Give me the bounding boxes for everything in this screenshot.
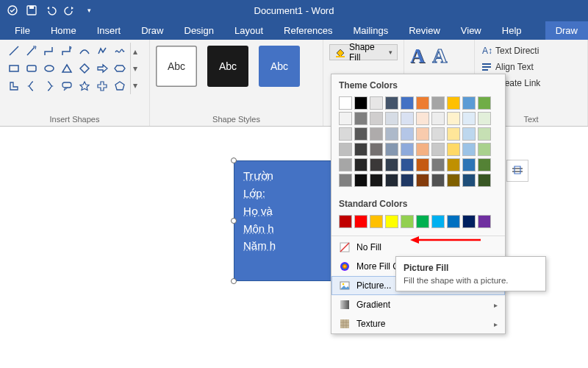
color-swatch[interactable] bbox=[462, 158, 476, 171]
shapes-expand-icon[interactable]: ▾ bbox=[131, 77, 139, 94]
shape-connector2-icon[interactable] bbox=[59, 43, 75, 59]
layout-options-button[interactable] bbox=[506, 160, 528, 182]
color-swatch[interactable] bbox=[370, 174, 383, 187]
shape-plus-icon[interactable] bbox=[94, 78, 110, 94]
shape-brace2-icon[interactable] bbox=[41, 78, 57, 94]
color-swatch[interactable] bbox=[385, 96, 398, 110]
tab-view[interactable]: View bbox=[451, 21, 492, 40]
autosave-icon[interactable] bbox=[6, 4, 19, 17]
shape-hexagon-icon[interactable] bbox=[112, 60, 128, 77]
style-card-1[interactable]: Abc bbox=[156, 46, 197, 87]
tab-help[interactable]: Help bbox=[492, 21, 532, 40]
shape-line-arrow-icon[interactable] bbox=[24, 43, 40, 59]
color-swatch[interactable] bbox=[339, 96, 352, 110]
color-swatch[interactable] bbox=[385, 215, 398, 228]
shape-arrow-icon[interactable] bbox=[94, 60, 110, 77]
tab-shape-format[interactable]: Draw bbox=[545, 21, 588, 40]
color-swatch[interactable] bbox=[385, 127, 398, 141]
color-swatch[interactable] bbox=[447, 127, 460, 141]
tab-home[interactable]: Home bbox=[40, 21, 87, 40]
color-swatch[interactable] bbox=[431, 158, 445, 171]
color-swatch[interactable] bbox=[339, 127, 352, 141]
color-swatch[interactable] bbox=[354, 215, 368, 228]
tab-mailings[interactable]: Mailings bbox=[343, 21, 399, 40]
color-swatch[interactable] bbox=[401, 158, 414, 171]
color-swatch[interactable] bbox=[478, 174, 491, 187]
color-swatch[interactable] bbox=[478, 143, 491, 156]
color-swatch[interactable] bbox=[416, 143, 429, 156]
resize-handle[interactable] bbox=[231, 218, 237, 224]
tab-review[interactable]: Review bbox=[398, 21, 451, 40]
color-swatch[interactable] bbox=[416, 112, 429, 125]
color-swatch[interactable] bbox=[431, 127, 445, 141]
resize-handle[interactable] bbox=[231, 278, 237, 284]
color-swatch[interactable] bbox=[354, 96, 368, 110]
qa-customize-icon[interactable]: ▾ bbox=[82, 4, 96, 17]
color-swatch[interactable] bbox=[354, 127, 368, 141]
color-swatch[interactable] bbox=[339, 112, 352, 125]
color-swatch[interactable] bbox=[401, 127, 414, 141]
color-swatch[interactable] bbox=[431, 112, 445, 125]
color-swatch[interactable] bbox=[385, 143, 398, 156]
color-swatch[interactable] bbox=[478, 96, 491, 110]
shape-diamond-icon[interactable] bbox=[76, 60, 93, 77]
color-swatch[interactable] bbox=[447, 174, 460, 187]
color-swatch[interactable] bbox=[462, 215, 476, 228]
shape-roundrect-icon[interactable] bbox=[24, 60, 40, 77]
color-swatch[interactable] bbox=[478, 127, 491, 141]
color-swatch[interactable] bbox=[416, 158, 429, 171]
color-swatch[interactable] bbox=[354, 143, 368, 156]
color-swatch[interactable] bbox=[370, 215, 383, 228]
style-card-2[interactable]: Abc bbox=[207, 46, 248, 87]
color-swatch[interactable] bbox=[447, 96, 460, 110]
color-swatch[interactable] bbox=[447, 143, 460, 156]
shape-l-icon[interactable] bbox=[6, 78, 22, 94]
color-swatch[interactable] bbox=[385, 174, 398, 187]
shapes-up-icon[interactable]: ▴ bbox=[131, 43, 139, 60]
color-swatch[interactable] bbox=[431, 174, 445, 187]
shape-ellipse-icon[interactable] bbox=[41, 60, 57, 77]
color-swatch[interactable] bbox=[370, 143, 383, 156]
text-direction-button[interactable]: A↕ Text Directi bbox=[481, 43, 581, 59]
shapes-gallery[interactable] bbox=[6, 43, 128, 94]
color-swatch[interactable] bbox=[385, 158, 398, 171]
color-swatch[interactable] bbox=[354, 112, 368, 125]
color-swatch[interactable] bbox=[401, 174, 414, 187]
shape-curve-icon[interactable] bbox=[76, 43, 93, 59]
color-swatch[interactable] bbox=[339, 143, 352, 156]
color-swatch[interactable] bbox=[431, 215, 445, 228]
color-swatch[interactable] bbox=[401, 143, 414, 156]
color-swatch[interactable] bbox=[416, 174, 429, 187]
undo-icon[interactable] bbox=[44, 4, 57, 17]
redo-icon[interactable] bbox=[63, 4, 76, 17]
color-swatch[interactable] bbox=[370, 127, 383, 141]
color-swatch[interactable] bbox=[462, 96, 476, 110]
color-swatch[interactable] bbox=[339, 215, 352, 228]
save-icon[interactable] bbox=[25, 4, 38, 17]
wordart-outline-icon[interactable]: A bbox=[432, 44, 447, 68]
color-swatch[interactable] bbox=[339, 158, 352, 171]
shapes-down-icon[interactable]: ▾ bbox=[131, 60, 139, 77]
gradient-item[interactable]: Gradient ▸ bbox=[331, 295, 505, 314]
color-swatch[interactable] bbox=[401, 112, 414, 125]
shape-freeform-icon[interactable] bbox=[94, 43, 110, 59]
color-swatch[interactable] bbox=[401, 215, 414, 228]
color-swatch[interactable] bbox=[478, 112, 491, 125]
align-text-button[interactable]: Align Text bbox=[481, 59, 581, 75]
shape-connector-icon[interactable] bbox=[41, 43, 57, 59]
shape-callout-icon[interactable] bbox=[59, 78, 75, 94]
color-swatch[interactable] bbox=[478, 158, 491, 171]
color-swatch[interactable] bbox=[478, 215, 491, 228]
tab-design[interactable]: Design bbox=[174, 21, 224, 40]
color-swatch[interactable] bbox=[447, 112, 460, 125]
shape-rect-icon[interactable] bbox=[6, 60, 22, 77]
color-swatch[interactable] bbox=[431, 96, 445, 110]
color-swatch[interactable] bbox=[447, 215, 460, 228]
shape-scribble-icon[interactable] bbox=[112, 43, 128, 59]
tab-references[interactable]: References bbox=[273, 21, 343, 40]
color-swatch[interactable] bbox=[401, 96, 414, 110]
shape-line-icon[interactable] bbox=[6, 43, 22, 59]
tab-file[interactable]: File bbox=[4, 21, 40, 40]
color-swatch[interactable] bbox=[462, 112, 476, 125]
shape-pentagon-icon[interactable] bbox=[112, 78, 128, 94]
